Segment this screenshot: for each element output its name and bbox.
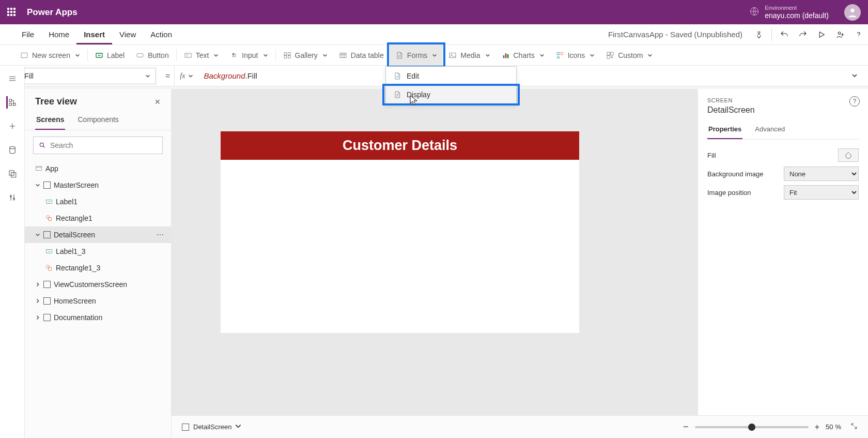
tree-node-label1[interactable]: Label1 (25, 193, 171, 210)
forms-button[interactable]: Forms (390, 45, 443, 65)
fx-button[interactable]: fx (174, 66, 198, 86)
insert-icon[interactable] (6, 120, 19, 132)
tree-node-documentation[interactable]: Documentation (25, 309, 171, 326)
tree-node-view-customers[interactable]: ViewCustomersScreen (25, 276, 171, 293)
tree-node-master[interactable]: MasterScreen (25, 177, 171, 193)
preview-icon[interactable] (812, 25, 831, 44)
tree-search-input[interactable] (50, 141, 157, 149)
svg-rect-20 (607, 52, 610, 55)
text-button[interactable]: Text (178, 45, 225, 65)
app-launcher-icon[interactable] (7, 8, 17, 17)
tree-search[interactable] (33, 137, 163, 154)
property-selector[interactable]: Fill (19, 68, 156, 84)
global-header: Power Apps Environment enayu.com (defaul… (0, 0, 868, 24)
forms-dropdown-edit[interactable]: Edit (386, 67, 516, 85)
svg-point-37 (47, 265, 50, 268)
tree-view-panel: Tree view ✕ Screens Components App Maste… (25, 89, 172, 438)
forms-dropdown-display[interactable]: Display (386, 85, 516, 104)
chevron-down-icon[interactable] (35, 231, 40, 239)
svg-point-34 (47, 216, 50, 219)
zoom-in-icon[interactable]: + (815, 422, 819, 432)
imgpos-select[interactable]: Fit (784, 185, 859, 200)
formula-object: Background (204, 71, 245, 80)
button-button[interactable]: Button (130, 45, 174, 65)
svg-point-1 (850, 8, 854, 12)
new-screen-button[interactable]: New screen (14, 45, 86, 65)
input-button[interactable]: Input (224, 45, 273, 65)
left-rail (0, 66, 25, 438)
custom-button[interactable]: Custom (600, 45, 658, 65)
panel-help-icon[interactable]: ? (849, 96, 860, 107)
tab-view[interactable]: View (112, 24, 143, 44)
svg-rect-6 (185, 53, 191, 57)
environment-icon (749, 6, 760, 18)
tree-node-detail[interactable]: DetailScreen ⋯ (25, 226, 171, 243)
formula-input[interactable]: Background.Fill (198, 71, 851, 81)
bgimage-select[interactable]: None (784, 167, 859, 181)
zoom-out-icon[interactable]: − (683, 421, 689, 432)
close-icon[interactable]: ✕ (154, 98, 161, 106)
tab-action[interactable]: Action (143, 24, 179, 44)
more-icon[interactable]: ⋯ (157, 231, 164, 239)
media-button[interactable]: Media (443, 45, 495, 65)
help-icon[interactable] (849, 25, 868, 44)
fill-color-swatch[interactable] (838, 148, 859, 162)
panel-tab-properties[interactable]: Properties (707, 122, 742, 139)
tree-node-app[interactable]: App (25, 160, 171, 177)
tab-home[interactable]: Home (41, 24, 76, 44)
gallery-label: Gallery (295, 51, 318, 59)
data-icon[interactable] (6, 144, 19, 156)
icons-button[interactable]: Icons (550, 45, 600, 65)
charts-button[interactable]: Charts (496, 45, 550, 65)
screen-icon (43, 314, 51, 321)
media-icon[interactable] (6, 168, 19, 180)
user-avatar[interactable] (844, 4, 861, 21)
screen-canvas[interactable]: Customer Details (221, 131, 579, 333)
tab-file[interactable]: File (14, 24, 41, 44)
zoom-slider[interactable] (695, 426, 809, 428)
chevron-right-icon[interactable] (35, 313, 40, 322)
app-checker-icon[interactable] (750, 25, 768, 44)
svg-rect-5 (137, 53, 143, 57)
fit-to-window-icon[interactable] (850, 422, 858, 431)
media-label: Media (460, 51, 480, 59)
canvas-area[interactable]: Customer Details (172, 89, 698, 415)
chevron-right-icon[interactable] (35, 280, 40, 289)
environment-picker[interactable]: Environment enayu.com (default) (749, 5, 829, 20)
tree-tab-screens[interactable]: Screens (35, 112, 65, 130)
equals-sign: = (161, 71, 174, 81)
panel-tab-advanced[interactable]: Advanced (754, 122, 786, 139)
canvas-banner[interactable]: Customer Details (221, 131, 579, 160)
svg-rect-3 (21, 53, 27, 57)
tree-node-rect1-3[interactable]: Rectangle1_3 (25, 260, 171, 276)
tree-tab-components[interactable]: Components (76, 112, 119, 130)
data-table-button[interactable]: Data table (333, 45, 390, 65)
environment-value: enayu.com (default) (765, 11, 829, 20)
share-icon[interactable] (831, 25, 849, 44)
tree-view-icon[interactable] (6, 96, 19, 109)
tree-node-rect1[interactable]: Rectangle1 (25, 210, 171, 226)
tree-node-label1-3[interactable]: Label1_3 (25, 243, 171, 260)
tab-insert[interactable]: Insert (76, 24, 112, 44)
chevron-down-icon[interactable] (35, 181, 40, 189)
input-label: Input (242, 51, 258, 59)
redo-icon[interactable] (794, 25, 812, 44)
gallery-button[interactable]: Gallery (277, 45, 333, 65)
chevron-right-icon[interactable] (35, 297, 40, 305)
formula-expand-icon[interactable] (851, 72, 868, 80)
chevron-down-icon[interactable] (235, 422, 242, 431)
hamburger-icon[interactable] (6, 72, 19, 85)
tree-node-home[interactable]: HomeScreen (25, 293, 171, 309)
forms-display-label: Display (407, 90, 430, 99)
undo-icon[interactable] (775, 25, 794, 44)
label-button[interactable]: Label (89, 45, 130, 65)
svg-rect-24 (9, 103, 12, 106)
svg-rect-28 (11, 173, 16, 177)
svg-rect-12 (340, 53, 346, 57)
advanced-tools-icon[interactable] (6, 191, 19, 204)
forms-edit-label: Edit (407, 72, 419, 80)
svg-point-19 (560, 52, 563, 55)
svg-rect-10 (284, 55, 287, 58)
svg-point-2 (838, 32, 841, 34)
svg-rect-17 (507, 54, 508, 58)
